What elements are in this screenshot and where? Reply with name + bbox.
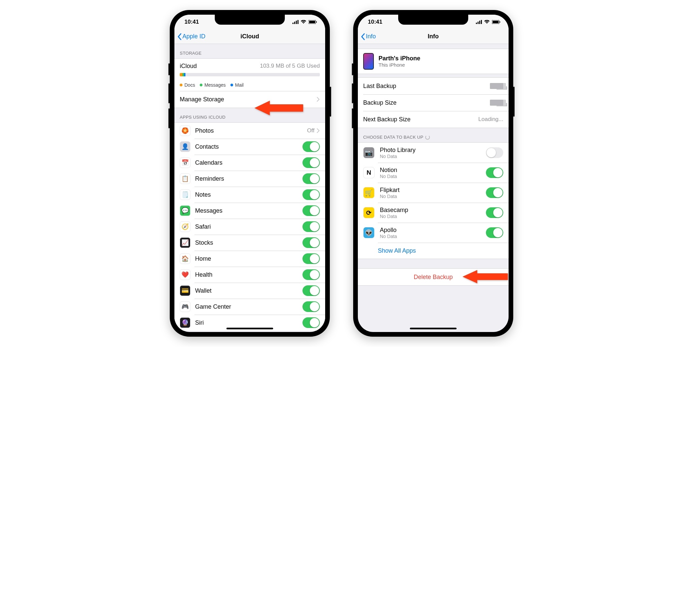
delete-group: Delete Backup xyxy=(358,268,509,286)
app-icon: 💬 xyxy=(180,205,190,216)
toggle-switch[interactable] xyxy=(302,221,320,232)
delete-backup-button[interactable]: Delete Backup xyxy=(358,269,509,285)
section-storage-header: STORAGE xyxy=(174,44,325,58)
backup-size-row: Backup Size xyxy=(358,94,509,111)
backup-app-row[interactable]: 👽ApolloNo Data xyxy=(358,223,509,243)
toggle-switch[interactable] xyxy=(302,237,320,248)
app-sublabel: No Data xyxy=(380,194,486,199)
content-scroll[interactable]: Parth's iPhone This iPhone Last Backup B… xyxy=(358,44,509,332)
toggle-switch[interactable] xyxy=(302,189,320,200)
icloud-app-row[interactable]: 🎮Game Center xyxy=(174,299,325,315)
backup-size-value xyxy=(490,100,503,106)
back-button[interactable]: Info xyxy=(358,33,376,40)
toggle-switch[interactable] xyxy=(302,141,320,152)
toggle-switch[interactable] xyxy=(302,173,320,184)
svg-rect-9 xyxy=(479,21,480,24)
home-indicator[interactable] xyxy=(410,328,456,329)
storage-seg-mail xyxy=(184,73,186,76)
toggle-switch[interactable] xyxy=(302,253,320,264)
phone-right: 10:41 Info Info Parth's iPhone Th xyxy=(353,10,513,337)
backup-info-group: Last Backup Backup Size Next Backup Size… xyxy=(358,77,509,128)
app-icon: 🏠 xyxy=(180,253,190,264)
mute-switch xyxy=(352,63,353,75)
mute-switch xyxy=(168,63,170,75)
legend-label: Docs xyxy=(185,82,195,88)
app-icon: N xyxy=(363,167,375,178)
app-sublabel: No Data xyxy=(380,174,486,179)
app-icon: 📋 xyxy=(180,173,190,184)
toggle-switch[interactable] xyxy=(486,187,503,198)
svg-rect-3 xyxy=(297,20,298,24)
icloud-app-row[interactable]: 👤Contacts xyxy=(174,139,325,155)
power-button xyxy=(513,87,515,117)
toggle-switch[interactable] xyxy=(302,157,320,168)
backup-app-row[interactable]: ⟳BasecampNo Data xyxy=(358,203,509,223)
last-backup-label: Last Backup xyxy=(363,83,490,90)
cellular-icon xyxy=(293,20,298,24)
app-label: Apollo xyxy=(380,227,486,234)
toggle-switch[interactable] xyxy=(302,317,320,328)
toggle-switch[interactable] xyxy=(486,207,503,218)
icloud-app-row[interactable]: 🧭Safari xyxy=(174,219,325,235)
toggle-switch[interactable] xyxy=(486,227,503,238)
vol-down xyxy=(352,108,353,128)
toggle-switch[interactable] xyxy=(302,285,320,296)
app-sublabel: No Data xyxy=(380,154,486,159)
svg-rect-12 xyxy=(493,21,498,23)
back-button[interactable]: Apple ID xyxy=(174,33,206,40)
svg-rect-8 xyxy=(477,22,478,24)
app-label: Notes xyxy=(195,191,302,198)
app-icon: 🛒 xyxy=(363,187,375,198)
app-icon: 🏵️ xyxy=(180,125,190,136)
legend-item: Docs xyxy=(180,82,195,88)
page-title: Info xyxy=(358,33,509,40)
manage-storage-row[interactable]: Manage Storage xyxy=(174,91,325,108)
svg-rect-13 xyxy=(499,21,500,23)
icloud-app-row[interactable]: ❤️Health xyxy=(174,267,325,283)
icloud-app-row[interactable]: 🏠Home xyxy=(174,251,325,267)
app-label: Messages xyxy=(195,207,302,214)
legend-item: Messages xyxy=(200,82,226,88)
svg-rect-6 xyxy=(316,21,317,23)
toggle-switch[interactable] xyxy=(302,301,320,312)
clock: 10:41 xyxy=(185,19,199,25)
app-icon: 🧭 xyxy=(180,221,190,232)
app-label: Health xyxy=(195,271,302,278)
home-indicator[interactable] xyxy=(227,328,273,329)
backup-app-row[interactable]: 🛒FlipkartNo Data xyxy=(358,183,509,203)
toggle-switch[interactable] xyxy=(486,167,503,178)
svg-rect-2 xyxy=(296,21,297,24)
app-icon: 🗒️ xyxy=(180,189,190,200)
icloud-app-row[interactable]: 📅Calendars xyxy=(174,155,325,171)
toggle-switch[interactable] xyxy=(302,269,320,280)
content-scroll[interactable]: STORAGE iCloud 103.9 MB of 5 GB Used Doc… xyxy=(174,44,325,332)
app-sublabel: No Data xyxy=(380,234,486,239)
app-label: Photos xyxy=(195,127,307,134)
legend-item: Mail xyxy=(231,82,244,88)
app-label: Game Center xyxy=(195,303,302,310)
back-label: Info xyxy=(366,33,376,40)
chevron-right-icon xyxy=(317,128,320,133)
icloud-app-row[interactable]: 📈Stocks xyxy=(174,235,325,251)
show-all-apps-link[interactable]: Show All Apps xyxy=(358,243,509,259)
storage-title: iCloud xyxy=(180,63,197,70)
icloud-app-row[interactable]: 📋Reminders xyxy=(174,171,325,187)
icloud-app-row[interactable]: 💬Messages xyxy=(174,203,325,219)
backup-app-row[interactable]: NNotionNo Data xyxy=(358,163,509,183)
legend-dot-icon xyxy=(200,84,202,86)
toggle-switch[interactable] xyxy=(302,205,320,216)
icloud-app-row[interactable]: 🏵️PhotosOff xyxy=(174,123,325,139)
svg-rect-5 xyxy=(309,21,315,23)
app-icon: 👤 xyxy=(180,141,190,152)
next-backup-row: Next Backup Size Loading... xyxy=(358,111,509,128)
app-label: Notion xyxy=(380,167,486,174)
app-label: Photo Library xyxy=(380,147,486,154)
svg-rect-0 xyxy=(293,23,294,24)
storage-used: 103.9 MB of 5 GB Used xyxy=(260,63,320,70)
icloud-app-row[interactable]: 💳Wallet xyxy=(174,283,325,299)
icloud-app-row[interactable]: 🗒️Notes xyxy=(174,187,325,203)
backup-app-row[interactable]: 📷Photo LibraryNo Data xyxy=(358,143,509,163)
app-icon: 👽 xyxy=(363,227,375,238)
toggle-switch[interactable] xyxy=(486,147,503,158)
app-icon: 📷 xyxy=(363,147,375,158)
